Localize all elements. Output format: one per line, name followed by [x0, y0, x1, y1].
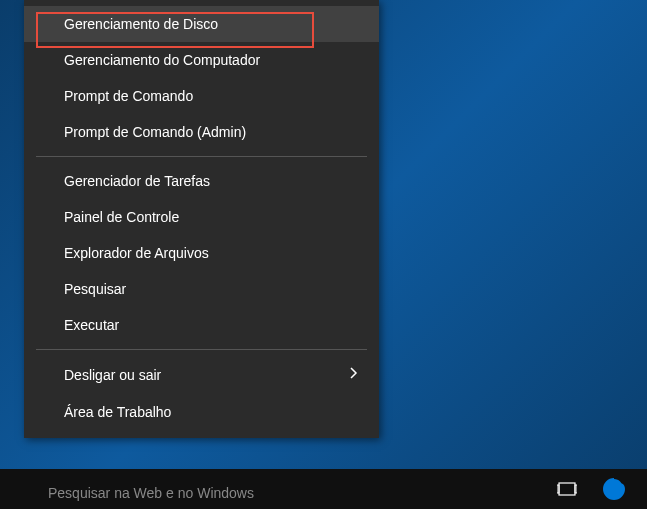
- menu-item-label: Gerenciador de Tarefas: [64, 173, 210, 189]
- svg-rect-4: [559, 483, 575, 495]
- menu-item-command-prompt-admin[interactable]: Prompt de Comando (Admin): [24, 114, 379, 150]
- menu-item-file-explorer[interactable]: Explorador de Arquivos: [24, 235, 379, 271]
- menu-item-label: Gerenciamento de Disco: [64, 16, 218, 32]
- menu-item-label: Área de Trabalho: [64, 404, 171, 420]
- menu-item-disk-management[interactable]: Gerenciamento de Disco: [24, 6, 379, 42]
- menu-item-label: Painel de Controle: [64, 209, 179, 225]
- taskbar-search-placeholder[interactable]: Pesquisar na Web e no Windows: [48, 485, 254, 501]
- menu-item-label: Prompt de Comando (Admin): [64, 124, 246, 140]
- menu-item-command-prompt[interactable]: Prompt de Comando: [24, 78, 379, 114]
- menu-item-shutdown-signout[interactable]: Desligar ou sair: [24, 356, 379, 394]
- menu-item-control-panel[interactable]: Painel de Controle: [24, 199, 379, 235]
- menu-item-computer-management[interactable]: Gerenciamento do Computador: [24, 42, 379, 78]
- menu-item-label: Desligar ou sair: [64, 367, 161, 383]
- taskbar-right-section: [537, 469, 647, 509]
- menu-separator: [36, 349, 367, 350]
- winx-context-menu: Gerenciamento de Disco Gerenciamento do …: [24, 0, 379, 438]
- menu-item-task-manager[interactable]: Gerenciador de Tarefas: [24, 163, 379, 199]
- menu-item-label: Executar: [64, 317, 119, 333]
- svg-rect-6: [575, 485, 577, 493]
- menu-item-label: Gerenciamento do Computador: [64, 52, 260, 68]
- taskbar: Pesquisar na Web e no Windows: [0, 469, 647, 509]
- menu-item-search[interactable]: Pesquisar: [24, 271, 379, 307]
- menu-item-label: Explorador de Arquivos: [64, 245, 209, 261]
- menu-item-label: Pesquisar: [64, 281, 126, 297]
- menu-separator: [36, 156, 367, 157]
- menu-item-run[interactable]: Executar: [24, 307, 379, 343]
- svg-rect-5: [557, 485, 559, 493]
- task-view-icon[interactable]: [557, 481, 577, 497]
- edge-browser-icon[interactable]: [601, 476, 627, 502]
- menu-item-desktop[interactable]: Área de Trabalho: [24, 394, 379, 430]
- menu-item-label: Prompt de Comando: [64, 88, 193, 104]
- chevron-right-icon: [349, 366, 359, 384]
